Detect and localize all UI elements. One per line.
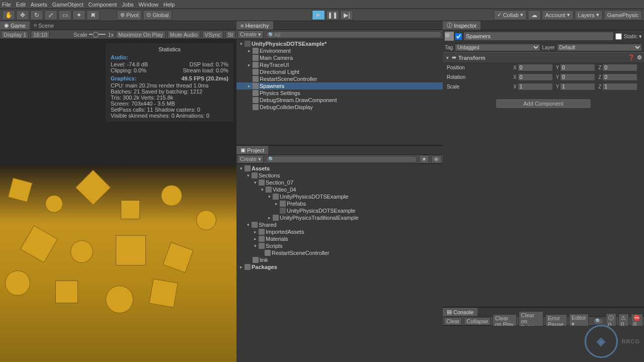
console-collapse[interactable]: Collapse: [464, 317, 491, 325]
hierarchy-item[interactable]: DebugColliderDisplay: [260, 104, 313, 110]
move-tool[interactable]: ✥: [16, 10, 29, 20]
menu-component[interactable]: Component: [88, 2, 117, 8]
collab-dropdown[interactable]: ✓Collab▾: [494, 10, 527, 20]
display-dropdown[interactable]: Display 1: [1, 31, 29, 39]
object-name-field[interactable]: [463, 32, 614, 41]
project-item[interactable]: Packages: [252, 264, 277, 270]
layer-dropdown[interactable]: Default: [557, 44, 642, 51]
tab-console[interactable]: ▤ Console: [443, 308, 477, 316]
hierarchy-item[interactable]: DebugStream.DrawComponent: [260, 97, 337, 103]
tab-scene[interactable]: ⌗Scene: [30, 21, 58, 30]
game-view[interactable]: Statistics Audio: Level: -74.8 dBDSP loa…: [0, 39, 236, 362]
layout-dropdown[interactable]: GamePhysic: [604, 10, 642, 20]
project-item[interactable]: UnityPhysicsDOTSExample: [280, 194, 348, 200]
project-create[interactable]: Create ▾: [237, 155, 264, 163]
foldout-icon[interactable]: ▸: [238, 264, 244, 269]
project-item[interactable]: UnityPhysicsDOTSExample: [287, 208, 355, 214]
active-checkbox[interactable]: [455, 33, 462, 40]
account-dropdown[interactable]: Account▾: [542, 10, 574, 20]
menu-window[interactable]: Window: [139, 2, 158, 8]
maximize-toggle[interactable]: Maximize On Play: [116, 31, 166, 39]
stats-toggle[interactable]: St: [225, 31, 235, 39]
hierarchy-item[interactable]: Directional Light: [260, 69, 299, 75]
hierarchy-item[interactable]: Main Camera: [260, 55, 293, 61]
layers-dropdown[interactable]: Layers▾: [575, 10, 603, 20]
project-item[interactable]: Assets: [252, 165, 270, 171]
project-item[interactable]: link: [260, 257, 268, 263]
menu-gameobject[interactable]: GameObject: [52, 2, 84, 8]
foldout-icon[interactable]: ▾: [238, 166, 244, 171]
pivot-toggle[interactable]: ⊕Pivot: [117, 10, 142, 20]
hierarchy-item[interactable]: RestartSceneController: [260, 76, 317, 82]
project-item[interactable]: Shared: [259, 222, 276, 228]
scale-slider[interactable]: ━◯━━: [89, 31, 106, 38]
scene-name[interactable]: UnityPhysicsDOTSExample*: [252, 41, 327, 47]
cloud-button[interactable]: ☁: [528, 10, 541, 20]
add-component-button[interactable]: Add Component: [496, 99, 591, 109]
hierarchy-item[interactable]: Environment: [260, 48, 291, 54]
project-favorite[interactable]: ★: [419, 155, 429, 163]
foldout-icon[interactable]: ▸: [247, 83, 252, 88]
menu-edit[interactable]: Edit: [16, 2, 26, 8]
foldout-icon[interactable]: ▸: [267, 215, 272, 220]
project-item[interactable]: Scripts: [266, 243, 283, 249]
project-item[interactable]: Materials: [266, 236, 288, 242]
step-button[interactable]: ▶|: [340, 10, 353, 20]
project-item[interactable]: ImportedAssets: [266, 229, 304, 235]
rotation-x-field[interactable]: [518, 73, 553, 81]
project-item[interactable]: Sections: [259, 172, 280, 178]
component-help-icon[interactable]: ❓: [628, 54, 635, 61]
position-x-field[interactable]: [518, 64, 553, 71]
hierarchy-item-selected[interactable]: Spawners: [260, 83, 284, 89]
project-item[interactable]: UnityPhysicsTraditionalExample: [280, 215, 359, 221]
project-item[interactable]: RestartSceneController: [272, 250, 329, 256]
foldout-icon[interactable]: ▸: [247, 48, 252, 53]
console-clear[interactable]: Clear: [444, 317, 462, 325]
foldout-icon[interactable]: ▸: [253, 229, 258, 234]
project-item[interactable]: Section_07: [266, 179, 293, 186]
hand-tool[interactable]: ✋: [2, 10, 15, 20]
aspect-dropdown[interactable]: 16:10: [31, 31, 50, 39]
rect-tool[interactable]: ▭: [58, 10, 71, 20]
global-toggle[interactable]: ⊙Global: [143, 10, 172, 20]
tab-inspector[interactable]: ⓘ Inspector: [443, 21, 480, 30]
transform-tool[interactable]: ✦: [72, 10, 86, 20]
foldout-icon[interactable]: ▾: [246, 173, 251, 178]
menu-jobs[interactable]: Jobs: [122, 2, 133, 8]
console-search[interactable]: 🔍: [593, 318, 604, 325]
project-item[interactable]: Prefabs: [287, 201, 306, 207]
hierarchy-item[interactable]: Physics Settings: [260, 90, 300, 96]
scale-tool[interactable]: ⤢: [44, 10, 57, 20]
scale-z-field[interactable]: [602, 83, 637, 90]
foldout-icon[interactable]: ▾: [260, 187, 265, 192]
hierarchy-create[interactable]: Create ▾: [237, 30, 264, 39]
project-item[interactable]: Video_04: [273, 187, 296, 193]
static-checkbox[interactable]: [615, 33, 622, 40]
pause-button[interactable]: ❚❚: [326, 10, 339, 20]
mute-toggle[interactable]: Mute Audio: [168, 31, 200, 39]
rotate-tool[interactable]: ↻: [30, 10, 43, 20]
scale-x-field[interactable]: [518, 83, 553, 90]
foldout-icon[interactable]: ▸: [274, 201, 279, 206]
rotation-y-field[interactable]: [560, 73, 595, 81]
menu-help[interactable]: Help: [164, 2, 175, 8]
position-z-field[interactable]: [602, 64, 637, 71]
menu-assets[interactable]: Assets: [31, 2, 47, 8]
tab-project[interactable]: ▣ Project: [236, 146, 268, 154]
foldout-icon[interactable]: ▸: [253, 236, 258, 241]
foldout-icon[interactable]: ▾: [246, 222, 251, 227]
position-y-field[interactable]: [560, 64, 595, 71]
foldout-icon[interactable]: ▸: [247, 62, 252, 67]
hierarchy-item[interactable]: RayTraceUI: [260, 62, 289, 68]
hierarchy-search[interactable]: 🔍All: [266, 31, 442, 38]
foldout-icon[interactable]: ▾: [253, 243, 258, 248]
foldout-icon[interactable]: ▾: [238, 41, 244, 46]
play-button[interactable]: ▶: [312, 10, 325, 20]
vsync-toggle[interactable]: VSync: [202, 31, 223, 39]
foldout-icon[interactable]: ▾: [267, 194, 272, 199]
project-hidden[interactable]: 👁: [431, 155, 442, 163]
tab-hierarchy[interactable]: ≡ Hierarchy: [236, 21, 273, 30]
foldout-icon[interactable]: ▾: [253, 180, 258, 185]
menu-file[interactable]: File: [2, 2, 11, 8]
scale-y-field[interactable]: [560, 83, 595, 90]
